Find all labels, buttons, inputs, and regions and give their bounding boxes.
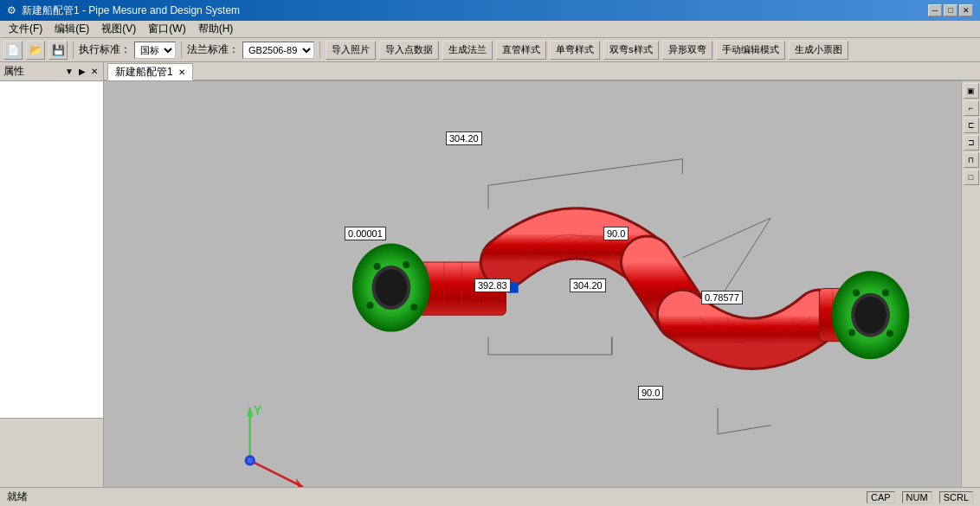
dim-label-top: 304.20 [446, 131, 482, 145]
save-icon-btn[interactable]: 💾 [48, 41, 68, 60]
new-icon-btn[interactable]: 📄 [3, 41, 23, 60]
left-panel: 属性 ▼ ▶ ✕ [0, 62, 104, 487]
tab-label: 新建船配管1 [115, 65, 173, 80]
menu-file[interactable]: 文件(F) [3, 21, 48, 37]
menu-view[interactable]: 视图(V) [96, 21, 141, 37]
sidebar-btn-3[interactable]: ⊏ [964, 118, 979, 133]
gen-flange-button[interactable]: 生成法兰 [442, 41, 493, 60]
canvas-container: Y X 304.20 0.00001 392.83 304.20 90.0 [104, 81, 980, 487]
import-photo-button[interactable]: 导入照片 [326, 41, 376, 60]
left-panel-controls: ▼ ▶ ✕ [63, 67, 100, 76]
svg-rect-0 [135, 81, 930, 487]
standard-label: 执行标准： [79, 42, 131, 57]
minimize-button[interactable]: ─ [928, 4, 942, 16]
tab-bar: 新建船配管1 ✕ [104, 62, 980, 81]
special-button[interactable]: 异形双弯 [662, 41, 712, 60]
svg-point-33 [853, 290, 860, 297]
svg-text:X: X [296, 484, 305, 487]
sep3 [319, 42, 320, 59]
dim-label-left: 0.00001 [345, 227, 386, 240]
manual-button[interactable]: 手动编辑模式 [716, 41, 785, 60]
svg-point-29 [366, 302, 373, 309]
menu-window[interactable]: 窗口(W) [143, 21, 190, 37]
tab-close-icon[interactable]: ✕ [178, 67, 185, 77]
dim-label-mid-right: 304.20 [570, 279, 606, 292]
svg-point-38 [854, 297, 887, 334]
sidebar-btn-1[interactable]: ▣ [964, 83, 979, 99]
scrl-indicator: SCRL [939, 491, 973, 503]
dim-label-right: 0.78577 [701, 291, 743, 304]
num-indicator: NUM [902, 491, 932, 503]
pipe-svg: Y X [104, 81, 961, 487]
panel-close-btn[interactable]: ✕ [89, 67, 100, 76]
status-text: 就绪 [7, 490, 863, 504]
sidebar-btn-6[interactable]: □ [964, 170, 979, 185]
toolbar: 📄 📂 💾 执行标准： 国标 法兰标准： GB2506-89 导入照片 导入点数… [0, 38, 980, 62]
maximize-button[interactable]: □ [944, 4, 957, 16]
app-icon: ⚙ [7, 4, 16, 16]
left-panel-header: 属性 ▼ ▶ ✕ [0, 62, 103, 81]
canvas-area[interactable]: Y X 304.20 0.00001 392.83 304.20 90.0 [104, 81, 961, 487]
app-title: 新建船配管1 - Pipe Mesure and Design System [22, 3, 240, 18]
svg-point-28 [410, 304, 417, 311]
standard-select[interactable]: 国标 [134, 42, 176, 59]
cap-indicator: CAP [867, 491, 895, 503]
main-area: 属性 ▼ ▶ ✕ 新建船配管1 ✕ [0, 62, 980, 487]
gen-drawing-button[interactable]: 生成小票图 [789, 41, 848, 60]
dim-label-mid-left: 392.83 [474, 279, 511, 292]
svg-point-27 [403, 261, 409, 268]
svg-point-26 [373, 263, 380, 270]
svg-text:Y: Y [254, 403, 262, 417]
panel-pin-btn[interactable]: ▼ [63, 67, 75, 76]
menu-bar: 文件(F) 编辑(E) 视图(V) 窗口(W) 帮助(H) [0, 21, 980, 38]
sidebar-btn-5[interactable]: ⊓ [964, 152, 979, 168]
svg-point-34 [882, 290, 889, 297]
dim-label-angle-bottom: 90.0 [638, 386, 663, 400]
right-sidebar: ▣ ⌐ ⊏ ⊐ ⊓ □ [961, 81, 980, 487]
menu-edit[interactable]: 编辑(E) [49, 21, 94, 37]
left-panel-content [0, 81, 103, 418]
right-panel: 新建船配管1 ✕ [104, 62, 980, 487]
left-panel-title: 属性 [3, 64, 24, 79]
sidebar-btn-2[interactable]: ⌐ [964, 100, 979, 116]
straight-button[interactable]: 直管样式 [496, 41, 546, 60]
flange-label: 法兰标准： [187, 42, 239, 57]
svg-point-31 [376, 269, 408, 306]
title-bar-left: ⚙ 新建船配管1 - Pipe Mesure and Design System [7, 3, 240, 18]
import-points-button[interactable]: 导入点数据 [379, 41, 439, 60]
menu-help[interactable]: 帮助(H) [193, 21, 239, 37]
flange-select[interactable]: GB2506-89 [242, 42, 314, 59]
svg-point-47 [248, 458, 253, 463]
single-bend-button[interactable]: 单弯样式 [550, 41, 600, 60]
status-bar: 就绪 CAP NUM SCRL [0, 487, 980, 506]
double-s-button[interactable]: 双弯s样式 [603, 41, 659, 60]
open-icon-btn[interactable]: 📂 [26, 41, 45, 60]
svg-point-35 [887, 330, 893, 337]
title-bar-controls: ─ □ ✕ [928, 4, 973, 16]
sidebar-btn-4[interactable]: ⊐ [964, 135, 979, 151]
title-bar: ⚙ 新建船配管1 - Pipe Mesure and Design System… [0, 0, 980, 21]
status-right: CAP NUM SCRL [867, 491, 973, 503]
svg-point-36 [848, 329, 855, 336]
close-button[interactable]: ✕ [959, 4, 973, 16]
sep1 [73, 42, 74, 59]
tab-main[interactable]: 新建船配管1 ✕ [107, 63, 193, 80]
sep2 [181, 42, 182, 59]
panel-auto-btn[interactable]: ▶ [77, 67, 87, 76]
left-panel-bottom [0, 418, 103, 487]
dim-label-angle-top: 90.0 [603, 227, 629, 240]
